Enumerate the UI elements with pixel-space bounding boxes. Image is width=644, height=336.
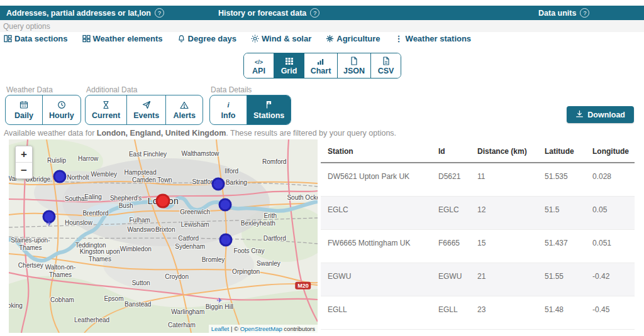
map-place-label: Kingston upon Thames — [80, 248, 120, 263]
code-icon: </> — [255, 57, 263, 65]
units-field-header[interactable]: Data units ? — [538, 6, 589, 20]
map-place-label: Bromley — [202, 256, 225, 264]
map-marker[interactable] — [156, 193, 170, 208]
map-attribution: Leaflet | © OpenStreetMap contributors — [209, 325, 318, 333]
map-place-label: Camden Town — [132, 176, 172, 184]
map-place-label: Northolt — [67, 174, 89, 182]
map-place-label: Warlingham — [171, 308, 204, 316]
tab-label: API — [252, 67, 265, 75]
map-place-label: Hampstead — [125, 169, 157, 176]
table-row: DW5621 Upton Park UK D5621 11 51.535 0.0… — [321, 163, 635, 197]
current-button[interactable]: Current — [86, 95, 126, 124]
hourly-button[interactable]: Hourly — [42, 95, 80, 124]
history-field-header[interactable]: History or forecast data ? — [218, 6, 319, 20]
query-option-label: Data sections — [14, 34, 68, 43]
cell-longitude: 0.051 — [586, 230, 635, 263]
table-row: EGWU EGWU 21 51.55 -0.42 — [321, 263, 635, 296]
map-place-label: Sydenham — [175, 243, 205, 251]
calendar-icon — [19, 100, 28, 110]
map-marker[interactable]: ✈ — [216, 296, 222, 304]
query-option-weather-elements[interactable]: Weather elements — [82, 34, 163, 43]
weather-query-app: Addresses, partial addresses or lat,lon … — [0, 0, 644, 336]
button-label: Daily — [14, 111, 33, 120]
map-place-label: Cobham — [50, 296, 74, 304]
stations-button[interactable]: Stations — [247, 95, 291, 124]
address-field-header[interactable]: Addresses, partial addresses or lat,lon … — [6, 6, 164, 20]
query-option-agriculture[interactable]: Agriculture — [326, 34, 380, 43]
map-place-label: Ilford — [225, 168, 238, 175]
query-option-data-sections[interactable]: Data sections — [4, 34, 68, 43]
info-button[interactable]: i Info — [210, 95, 247, 124]
attribution-separator: | © — [229, 325, 240, 332]
zoom-in-button[interactable]: + — [16, 146, 32, 163]
cell-distance: 12 — [470, 197, 538, 230]
map-marker[interactable] — [219, 233, 233, 246]
col-distance: Distance (km) — [470, 143, 538, 163]
cell-distance: 11 — [470, 163, 538, 197]
download-button[interactable]: Download — [567, 106, 634, 123]
help-icon[interactable]: ? — [310, 8, 319, 18]
weather-data-group-title: Weather Data — [6, 85, 53, 94]
query-options-title: Query options — [3, 22, 50, 31]
map-place-label: Brentford — [82, 210, 108, 217]
cell-station: FW6665 Mottingham UK — [321, 230, 431, 263]
query-option-weather-stations[interactable]: ⋮ Weather stations — [395, 34, 472, 43]
map-marker[interactable] — [211, 178, 225, 191]
zoom-out-button[interactable]: − — [16, 163, 32, 178]
query-option-label: Weather elements — [93, 34, 163, 43]
flower-icon — [326, 35, 334, 43]
alerts-button[interactable]: Alerts — [165, 95, 203, 124]
map-place-label: Lewisham — [181, 221, 209, 229]
map-place-label: Foots Cray — [234, 247, 265, 255]
map-place-label: Sutton — [132, 279, 150, 287]
query-option-wind-solar[interactable]: Wind & solar — [251, 34, 311, 43]
cell-id: EGWU — [431, 263, 470, 296]
map-place-label: Caterham — [168, 322, 196, 329]
tab-csv[interactable]: CSV — [370, 53, 401, 78]
cell-longitude: -0.42 — [586, 263, 635, 296]
map-marker[interactable]: ✈ — [46, 219, 52, 227]
cell-latitude: 51.437 — [538, 230, 586, 263]
info-icon: i — [227, 100, 229, 110]
map-place-label: Teddington — [75, 242, 106, 249]
data-details-group-title: Data Details — [211, 85, 252, 94]
map-place-label: South Ocken — [287, 194, 318, 202]
events-button[interactable]: Events — [126, 95, 165, 124]
cell-longitude: -0.45 — [586, 296, 635, 330]
address-field-label: Addresses, partial addresses or lat,lon — [6, 9, 151, 18]
map-place-label: Chertsey — [18, 262, 43, 269]
map-place-label: Catford — [178, 235, 199, 242]
map-place-label: Swanley — [257, 260, 280, 268]
map-place-label: Brixton — [155, 226, 175, 234]
map-marker[interactable] — [53, 170, 67, 183]
daily-button[interactable]: Daily — [6, 95, 42, 124]
button-label: Hourly — [49, 111, 74, 120]
table-row: FW6665 Mottingham UK F6665 15 51.437 0.0… — [321, 230, 635, 263]
bell-icon — [177, 35, 186, 43]
map-place-label: East Finchley — [129, 151, 167, 158]
attribution-suffix: contributors — [282, 325, 315, 332]
tab-api[interactable]: </> API — [244, 53, 274, 78]
stations-map[interactable]: RuislipHarrowEast FinchleyWalthamstowRom… — [9, 139, 318, 333]
units-field-label: Data units — [538, 9, 576, 18]
button-label: Alerts — [173, 111, 195, 120]
tab-json[interactable]: JSON — [337, 53, 370, 78]
tab-grid[interactable]: Grid — [274, 53, 304, 78]
osm-link[interactable]: OpenStreetMap — [240, 325, 282, 332]
map-place-label: Epsom — [104, 295, 123, 303]
map-marker[interactable] — [218, 198, 231, 212]
help-icon[interactable]: ? — [155, 8, 164, 18]
query-option-degree-days[interactable]: Degree days — [177, 34, 236, 43]
data-sections-icon — [4, 35, 12, 43]
map-place-label: Shepherd's Bush — [110, 195, 142, 209]
leaflet-link[interactable]: Leaflet — [211, 325, 230, 332]
grid-icon — [285, 57, 294, 65]
tab-chart[interactable]: Chart — [304, 53, 337, 78]
help-icon[interactable]: ? — [580, 8, 589, 18]
output-format-tabs: </> API Grid Chart JSON CSV — [243, 53, 401, 79]
download-icon — [575, 110, 584, 120]
kebab-icon: ⋮ — [395, 35, 403, 43]
map-place-label: Ruislip — [47, 157, 66, 165]
map-place-label: Wimbledon — [120, 246, 152, 253]
query-option-label: Agriculture — [336, 34, 380, 43]
